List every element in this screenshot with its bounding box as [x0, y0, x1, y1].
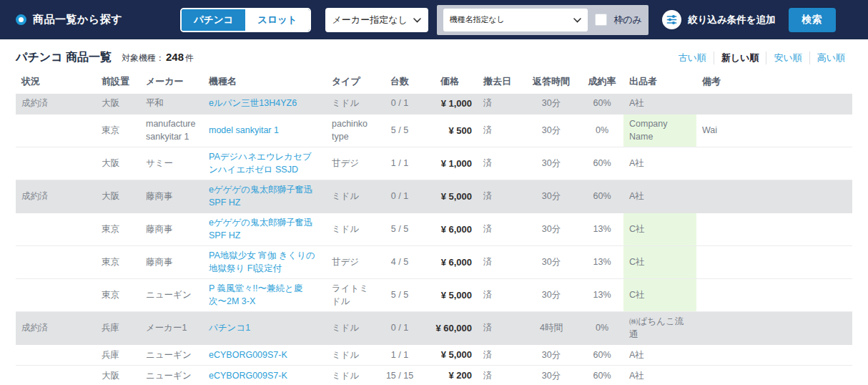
cell-removed: 済: [478, 94, 522, 114]
cell-type: ミドル: [326, 345, 378, 366]
cell-model: model sankyitar 1: [203, 114, 326, 147]
cell-maker: ニューギン: [140, 345, 203, 366]
cell-units: 0 / 1: [378, 180, 422, 213]
cell-seller: C社: [623, 279, 696, 312]
cell-note: [696, 312, 852, 345]
cell-rate: 60%: [581, 366, 623, 385]
model-link[interactable]: PA地獄少女 宵伽 きくりの地獄祭り FI設定付: [209, 250, 315, 273]
frame-only-checkbox[interactable]: [595, 14, 607, 26]
cell-location: 大阪: [96, 366, 140, 385]
cell-price: ¥ 5,000: [422, 180, 478, 213]
cell-status: [16, 246, 96, 279]
cell-removed: 済: [478, 213, 522, 246]
table-row: 成約済大阪藤商事eゲゲゲの鬼太郎獅子奮迅SPF HZミドル0 / 1¥ 5,00…: [16, 180, 852, 213]
circle-icon: [16, 14, 26, 25]
add-filter-button[interactable]: 絞り込み条件を追加: [662, 10, 775, 29]
chevron-down-icon: [413, 14, 421, 25]
model-link[interactable]: P 義風堂々!!〜兼続と慶次〜2M 3-X: [209, 283, 302, 306]
tab-slot[interactable]: スロット: [245, 9, 309, 31]
col-location: 前設置: [96, 71, 140, 94]
brand: 商品一覧から探す: [16, 13, 172, 26]
target-label: 対象機種：: [122, 53, 164, 63]
model-link[interactable]: パチンコ1: [209, 323, 250, 333]
filter-sliders-icon: [662, 10, 681, 29]
table-row: 兵庫ニューギンeCYBORG009S7-Kミドル1 / 1¥ 5,000済30分…: [16, 345, 852, 366]
cell-rate: 13%: [581, 279, 623, 312]
cell-removed: 済: [478, 345, 522, 366]
cell-seller: A社: [623, 366, 696, 385]
cell-price: ¥ 60,000: [422, 312, 478, 345]
cell-response: 30分: [522, 147, 581, 180]
product-table-wrap: 状況 前設置 メーカー 機種名 タイプ 台数 価格 撤去日 返答時間 成約率 出…: [0, 71, 868, 385]
model-link[interactable]: eCYBORG009S7-K: [209, 371, 287, 381]
cell-rate: 60%: [581, 94, 623, 114]
cell-seller: A社: [623, 345, 696, 366]
model-select[interactable]: 機種名指定なし: [443, 9, 588, 31]
sort-newest[interactable]: 新しい順: [714, 52, 766, 64]
model-link[interactable]: eゲゲゲの鬼太郎獅子奮迅SPF HZ: [209, 185, 313, 208]
cell-response: 30分: [522, 246, 581, 279]
model-link[interactable]: eルパン三世13H4YZ6: [209, 98, 297, 108]
cell-seller: C社: [623, 246, 696, 279]
cell-maker: 藤商事: [140, 180, 203, 213]
cell-price: ¥ 6,000: [422, 246, 478, 279]
cell-location: 兵庫: [96, 345, 140, 366]
model-link[interactable]: PAデジハネエウレカセブンハイエボゼロ SSJD: [209, 152, 312, 175]
cell-status: [16, 279, 96, 312]
sort-oldest[interactable]: 古い順: [671, 52, 713, 64]
model-filter-group: 機種名指定なし 枠のみ: [437, 5, 649, 35]
cell-seller: Company Name: [623, 114, 696, 147]
cell-note: [696, 180, 852, 213]
cell-units: 4 / 5: [378, 246, 422, 279]
col-model: 機種名: [203, 71, 326, 94]
col-maker: メーカー: [140, 71, 203, 94]
sort-highest[interactable]: 高い順: [809, 52, 852, 64]
cell-units: 0 / 1: [378, 94, 422, 114]
cell-model: eゲゲゲの鬼太郎獅子奮迅SPF HZ: [203, 213, 326, 246]
cell-type: ミドル: [326, 366, 378, 385]
cell-price: ¥ 6,000: [422, 213, 478, 246]
cell-note: [696, 213, 852, 246]
cell-response: 4時間: [522, 312, 581, 345]
cell-status: [16, 213, 96, 246]
cell-price: ¥ 5,000: [422, 279, 478, 312]
tab-pachinko[interactable]: パチンコ: [182, 9, 245, 31]
model-link[interactable]: eCYBORG009S7-K: [209, 350, 287, 360]
maker-select[interactable]: メーカー指定なし: [325, 8, 428, 32]
cell-seller: ㈱ぱちんこ流通: [623, 312, 696, 345]
sort-cheapest[interactable]: 安い順: [766, 52, 809, 64]
cell-status: [16, 345, 96, 366]
cell-removed: 済: [478, 147, 522, 180]
table-row: 東京manufacture sankyitar 1model sankyitar…: [16, 114, 852, 147]
cell-model: PA地獄少女 宵伽 きくりの地獄祭り FI設定付: [203, 246, 326, 279]
cell-status: [16, 366, 96, 385]
cell-seller: A社: [623, 94, 696, 114]
cell-response: 30分: [522, 94, 581, 114]
cell-model: eゲゲゲの鬼太郎獅子奮迅SPF HZ: [203, 180, 326, 213]
cell-location: 東京: [96, 114, 140, 147]
cell-price: ¥ 5,000: [422, 345, 478, 366]
cell-removed: 済: [478, 312, 522, 345]
table-row: 大阪ニューギンeCYBORG009S7-Kミドル15 / 15¥ 200済30分…: [16, 366, 852, 385]
cell-location: 大阪: [96, 147, 140, 180]
cell-seller: A社: [623, 147, 696, 180]
cell-note: [696, 246, 852, 279]
cell-model: P 義風堂々!!〜兼続と慶次〜2M 3-X: [203, 279, 326, 312]
cell-units: 5 / 5: [378, 114, 422, 147]
cell-model: eCYBORG009S7-K: [203, 345, 326, 366]
category-toggle: パチンコ スロット: [180, 8, 311, 32]
col-rate: 成約率: [581, 71, 623, 94]
cell-model: eルパン三世13H4YZ6: [203, 94, 326, 114]
cell-response: 30分: [522, 114, 581, 147]
model-link[interactable]: eゲゲゲの鬼太郎獅子奮迅SPF HZ: [209, 218, 313, 240]
frame-only-label: 枠のみ: [614, 14, 643, 26]
cell-type: ライトミドル: [326, 279, 378, 312]
search-button[interactable]: 検索: [789, 8, 836, 32]
model-link[interactable]: model sankyitar 1: [209, 125, 279, 135]
cell-price: ¥ 200: [422, 366, 478, 385]
cell-type: ミドル: [326, 312, 378, 345]
cell-note: Wai: [696, 114, 852, 147]
cell-units: 1 / 1: [378, 147, 422, 180]
cell-note: [696, 94, 852, 114]
cell-maker: 藤商事: [140, 213, 203, 246]
